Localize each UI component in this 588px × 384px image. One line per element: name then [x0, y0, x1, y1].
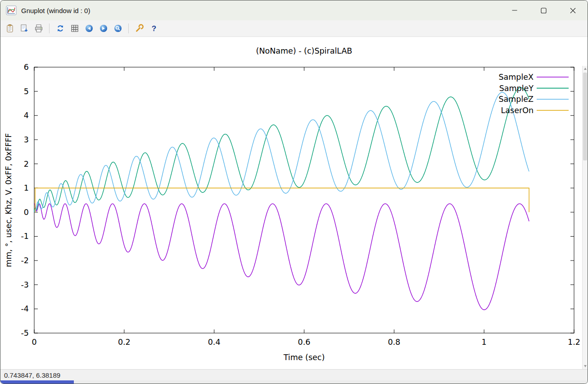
y-tick-label: -3	[21, 280, 29, 289]
x-tick-label: 1	[482, 338, 487, 347]
zoom-next-button[interactable]	[97, 22, 110, 35]
scroll-down-icon[interactable]	[583, 363, 588, 369]
toolbar-separator	[49, 23, 50, 33]
toggle-grid-button[interactable]	[68, 22, 81, 35]
status-bar: 0.743847, 6.38189	[0, 369, 588, 380]
horizontal-scrollbar-thumb[interactable]	[0, 380, 74, 384]
copy-clipboard-button[interactable]	[3, 22, 16, 35]
x-tick-label: 0.8	[388, 338, 400, 347]
export-image-icon	[19, 23, 29, 33]
wrench-icon	[135, 23, 145, 33]
y-tick-label: 1	[24, 183, 29, 192]
y-axis-label: mm, °, usec, Khz, V, 0xFF, 0xFFFF	[4, 133, 13, 267]
window-controls	[500, 0, 588, 20]
vertical-scrollbar[interactable]	[582, 66, 588, 369]
legend-label-SampleY: SampleY	[499, 84, 534, 93]
close-icon	[570, 8, 576, 14]
y-tick-label: 0	[24, 208, 29, 217]
x-tick-label: 1.2	[568, 338, 580, 347]
svg-text:?: ?	[151, 24, 156, 33]
print-button[interactable]	[32, 22, 45, 35]
close-button[interactable]	[558, 0, 588, 20]
cursor-coordinates: 0.743847, 6.38189	[4, 371, 60, 379]
y-tick-label: 5	[24, 87, 29, 96]
series-line-SampleX	[34, 204, 529, 310]
maximize-button[interactable]	[529, 0, 558, 20]
title-bar[interactable]: Gnuplot (window id : 0)	[0, 0, 588, 20]
gnuplot-window: Gnuplot (window id : 0)	[0, 0, 588, 384]
x-axis-label: Time (sec)	[283, 353, 325, 362]
printer-icon	[34, 23, 44, 33]
chart-title: (NoName) - (c)SpiralLAB	[256, 46, 353, 55]
legend-label-LaserOn: LaserOn	[501, 106, 534, 115]
help-button[interactable]: ?	[147, 22, 160, 35]
horizontal-scrollbar[interactable]	[0, 380, 588, 384]
legend-label-SampleZ: SampleZ	[498, 95, 534, 104]
zoom-next-icon	[99, 23, 109, 33]
help-icon: ?	[149, 23, 159, 33]
toolbar-separator	[128, 23, 129, 33]
plot-canvas[interactable]: 00.20.40.60.811.2-5-4-3-2-10123456Sample…	[0, 37, 588, 369]
legend-label-SampleX: SampleX	[498, 73, 534, 82]
refresh-icon	[55, 23, 65, 33]
x-tick-label: 0.2	[118, 338, 131, 347]
minimize-icon	[512, 8, 517, 13]
configure-button[interactable]	[133, 22, 146, 35]
plot-area: 00.20.40.60.811.2-5-4-3-2-10123456Sample…	[0, 37, 588, 369]
zoom-previous-button[interactable]	[82, 22, 95, 35]
x-tick-label: 0.6	[298, 338, 311, 347]
window-title: Gnuplot (window id : 0)	[21, 7, 90, 14]
y-tick-label: -2	[21, 256, 29, 265]
series-line-SampleY	[34, 87, 529, 212]
clipboard-icon	[5, 23, 15, 33]
y-tick-label: -1	[21, 232, 29, 241]
autoscale-button[interactable]	[111, 22, 124, 35]
y-tick-label: 6	[24, 63, 29, 72]
autoscale-icon	[113, 23, 123, 33]
toolbar: ?	[0, 20, 588, 37]
maximize-icon	[541, 8, 547, 14]
scroll-up-icon[interactable]	[583, 66, 588, 72]
grid-icon	[70, 23, 80, 33]
y-tick-label: -5	[21, 329, 29, 338]
vertical-scrollbar-thumb[interactable]	[583, 73, 587, 160]
x-tick-label: 0	[32, 338, 36, 347]
y-tick-label: 4	[24, 111, 29, 120]
zoom-previous-icon	[84, 23, 94, 33]
series-line-SampleZ	[34, 92, 529, 212]
x-tick-label: 0.4	[208, 338, 221, 347]
gnuplot-app-icon	[6, 5, 17, 16]
minimize-button[interactable]	[500, 0, 529, 20]
replot-button[interactable]	[54, 22, 67, 35]
y-tick-label: 3	[24, 135, 29, 144]
y-tick-label: -4	[21, 304, 29, 313]
y-tick-label: 2	[24, 160, 29, 169]
export-image-button[interactable]	[18, 22, 31, 35]
